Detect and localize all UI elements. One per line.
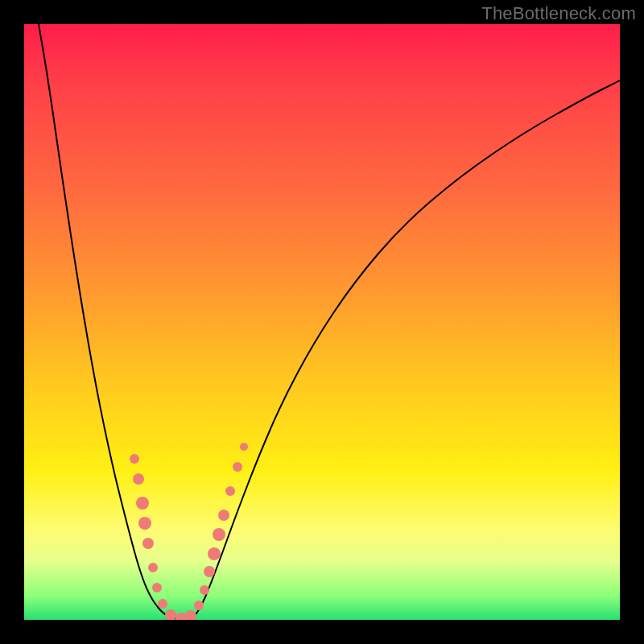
curve-group xyxy=(39,24,620,619)
data-marker xyxy=(133,473,144,485)
data-marker xyxy=(208,547,221,560)
data-marker xyxy=(240,443,248,451)
data-marker xyxy=(152,583,162,592)
data-marker xyxy=(138,517,151,530)
data-marker xyxy=(194,601,204,610)
data-marker xyxy=(200,585,209,595)
data-marker xyxy=(165,609,176,620)
data-marker xyxy=(225,486,235,496)
data-marker xyxy=(185,610,196,620)
plot-area xyxy=(24,24,620,620)
watermark-text: TheBottleneck.com xyxy=(481,3,636,24)
data-marker xyxy=(130,454,139,464)
chart-svg xyxy=(24,24,620,620)
data-marker xyxy=(213,528,225,541)
data-marker xyxy=(175,613,187,620)
curve-right xyxy=(195,80,620,616)
data-marker xyxy=(158,599,167,609)
data-marker xyxy=(218,510,229,521)
data-marker xyxy=(148,563,158,572)
data-marker xyxy=(233,462,242,472)
data-marker xyxy=(204,566,215,577)
data-marker xyxy=(142,538,154,549)
chart-frame: TheBottleneck.com xyxy=(0,0,644,644)
data-marker xyxy=(136,497,149,510)
